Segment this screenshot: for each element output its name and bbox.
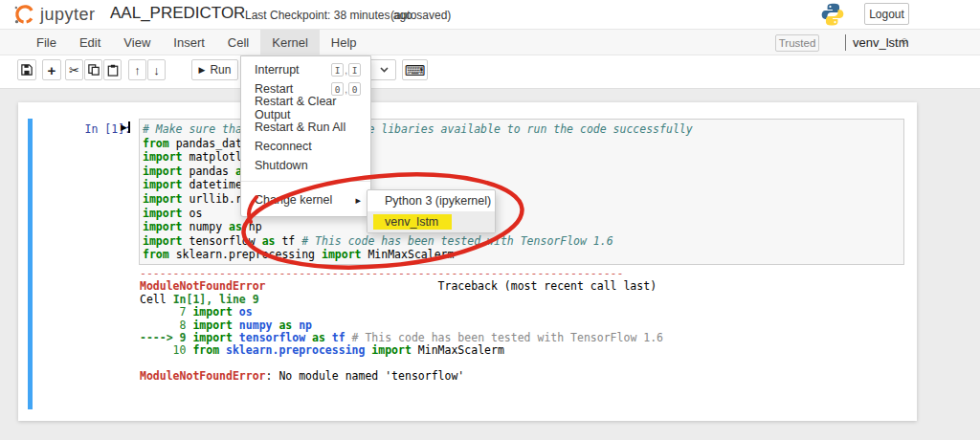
python-logo-icon [820, 2, 845, 31]
code-line: import tensorflow as tf # This code has … [143, 234, 903, 249]
cell-run-marker-icon: ▶ [121, 121, 130, 133]
header: jupyter AAL_PREDICTOR Last Checkpoint: 3… [0, 0, 980, 29]
cell-output-traceback: ----------------------------------------… [140, 268, 905, 384]
shortcut-key: 0 [331, 82, 344, 96]
menu-items: FileEditViewInsertCellKernelHelp [25, 30, 368, 55]
menu-divider [241, 181, 370, 182]
menu-item-view[interactable]: View [112, 30, 162, 55]
notebook-page: In [1]: ▶ # Make sure that you have all … [18, 102, 917, 421]
menubar: FileEditViewInsertCellKernelHelp Trusted… [0, 29, 980, 55]
checkpoint-status: Last Checkpoint: 38 minutes ago [245, 9, 412, 22]
notebook-title[interactable]: AAL_PREDICTOR [110, 4, 245, 23]
copy-cell-button[interactable] [84, 59, 102, 80]
jupyter-logo-text: jupyter [40, 5, 96, 25]
paste-cell-button[interactable] [103, 59, 122, 80]
save-button[interactable] [17, 59, 36, 80]
submenu-item-python-3-ipykernel-[interactable]: Python 3 (ipykernel) [368, 190, 495, 211]
menu-item-insert[interactable]: Insert [162, 30, 216, 55]
traceback-line: ModuleNotFoundError: No module named 'te… [140, 370, 905, 383]
jupyter-notebook-app: jupyter AAL_PREDICTOR Last Checkpoint: 3… [0, 0, 980, 440]
shortcut-key: I [348, 63, 361, 77]
shortcut-keys: I,I [331, 63, 361, 77]
run-cell-button[interactable]: ▶ Run [191, 59, 238, 80]
chevron-down-icon [380, 67, 389, 73]
traceback-line: Cell In[1], line 9 [140, 294, 905, 306]
kernel-menu-item-label: Shutdown [255, 159, 308, 172]
add-cell-button[interactable]: + [42, 59, 61, 80]
shortcut-key: I [331, 63, 344, 77]
kernel-menu-item-label: Restart [255, 82, 293, 96]
menu-item-file[interactable]: File [25, 30, 68, 55]
cut-icon: ✂ [69, 64, 79, 77]
move-cell-down-button[interactable]: ↓ [147, 59, 166, 80]
menu-item-help[interactable]: Help [320, 30, 368, 55]
add-cell-icon: + [48, 63, 56, 77]
submenu-item-label: venv_lstm [385, 215, 438, 229]
code-line: from sklearn.preprocessing import MinMax… [143, 248, 903, 262]
menu-item-edit[interactable]: Edit [68, 30, 112, 55]
trusted-badge: Trusted [775, 34, 819, 52]
kernel-menu-item-label: Restart & Run All [255, 121, 345, 134]
kernel-menu-item-shutdown[interactable]: Shutdown [241, 156, 370, 175]
kernel-dropdown-menu: InterruptI,IRestart0,0Restart & Clear Ou… [240, 55, 371, 217]
change-kernel-label: Change kernel [255, 193, 332, 207]
move-up-icon: ↑ [134, 64, 141, 77]
kernel-menu-item-label: Interrupt [255, 63, 300, 77]
jupyter-logo[interactable]: jupyter [13, 3, 96, 26]
cut-cell-button[interactable]: ✂ [65, 59, 83, 80]
traceback-line: ----------------------------------------… [140, 268, 905, 280]
kernel-menu-item-change-kernel[interactable]: Change kernel▸ [241, 187, 370, 212]
shortcut-comma: , [345, 65, 347, 76]
move-cell-up-button[interactable]: ↑ [128, 59, 146, 80]
shortcut-comma: , [345, 84, 347, 95]
shortcut-keys: 0,0 [331, 82, 361, 96]
kernel-menu-item-label: Reconnect [255, 140, 312, 153]
toolbar: + ✂ ↑ ↓ ▶ Run [0, 55, 980, 89]
kernel-menu-item-restart-clear-output[interactable]: Restart & Clear Output [241, 99, 370, 118]
autosave-status: (autosaved) [390, 9, 451, 22]
menu-item-cell[interactable]: Cell [216, 30, 260, 55]
traceback-line: 10 from sklearn.preprocessing import Min… [140, 344, 905, 357]
run-icon: ▶ [199, 65, 206, 75]
kernel-menu-item-interrupt[interactable]: InterruptI,I [241, 60, 370, 79]
paste-icon [107, 64, 119, 77]
selected-cell-indicator [28, 119, 33, 409]
command-palette-button[interactable]: ⌨ [402, 59, 428, 80]
jupyter-logo-icon [13, 3, 36, 26]
submenu-item-venv-lstm[interactable]: venv_lstm [368, 211, 495, 232]
shortcut-key: 0 [348, 82, 361, 96]
code-line: import numpy as np [143, 220, 903, 234]
traceback-line: ModuleNotFoundError Traceback (most rece… [140, 280, 905, 293]
change-kernel-submenu: Python 3 (ipykernel)venv_lstm [367, 189, 496, 233]
notebook-workspace: In [1]: ▶ # Make sure that you have all … [0, 89, 980, 440]
run-button-label: Run [210, 63, 231, 77]
traceback-line [140, 358, 905, 370]
save-icon [21, 64, 33, 76]
move-down-icon: ↓ [153, 64, 160, 77]
kernel-separator [845, 34, 846, 51]
traceback-line: 8 import numpy as np [140, 319, 905, 332]
copy-icon [88, 64, 100, 76]
submenu-item-label: Python 3 (ipykernel) [385, 194, 491, 208]
submenu-arrow-icon: ▸ [355, 194, 361, 207]
traceback-line: 7 import os [140, 306, 905, 319]
logout-button[interactable]: Logout [864, 3, 909, 25]
kernel-status-icon: ○ [901, 33, 908, 48]
kernel-menu-item-label: Restart & Clear Output [255, 95, 361, 121]
menu-item-kernel[interactable]: Kernel [260, 30, 320, 55]
kernel-menu-item-reconnect[interactable]: Reconnect [241, 137, 370, 156]
keyboard-icon: ⌨ [405, 63, 426, 77]
traceback-line: ----> 9 import tensorflow as tf # This c… [140, 332, 905, 344]
